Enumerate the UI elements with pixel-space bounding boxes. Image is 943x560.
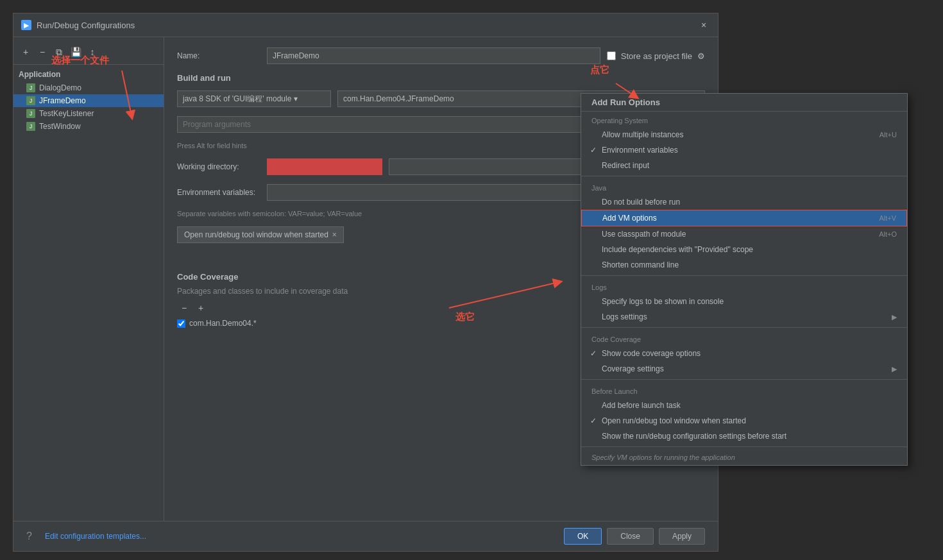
tree-item-jframedemo[interactable]: J JFrameDemo <box>13 94 164 107</box>
working-dir-label: Working directory: <box>177 162 260 171</box>
menu-item-shorten-cmdline[interactable]: Shorten command line <box>581 257 907 273</box>
env-vars-check: ✓ <box>590 146 597 155</box>
tree-group-label: Application <box>13 67 164 81</box>
menu-item-classpath[interactable]: Use classpath of module Alt+O <box>581 226 907 242</box>
title-bar-left: ▶ Run/Debug Configurations <box>21 20 135 30</box>
menu-item-redirect-input[interactable]: Redirect input <box>581 158 907 173</box>
env-vars-label: Environment variables: <box>177 188 260 197</box>
menu-divider-5 <box>581 446 907 447</box>
show-coverage-check: ✓ <box>590 349 597 358</box>
bottom-bar: ? Edit configuration templates... OK Clo… <box>13 521 718 551</box>
menu-item-open-tool-window[interactable]: ✓ Open run/debug tool window when starte… <box>581 413 907 428</box>
sidebar-toolbar: + − ⧉ 💾 ↕ <box>13 42 164 65</box>
menu-item-provided-scope[interactable]: Include dependencies with "Provided" sco… <box>581 242 907 257</box>
edit-templates-link[interactable]: Edit configuration templates... <box>45 532 146 541</box>
sort-config-button[interactable]: ↕ <box>85 45 99 59</box>
tag-close-icon[interactable]: × <box>332 230 337 239</box>
tree-item-icon-dialogdemo: J <box>26 83 35 92</box>
save-config-button[interactable]: 💾 <box>69 45 83 59</box>
menu-item-add-vm[interactable]: Add VM options Alt+V <box>581 210 907 226</box>
menu-group-logs: Logs <box>581 278 907 294</box>
dropdown-status-text: Specify VM options for running the appli… <box>581 450 907 465</box>
coverage-settings-arrow: ▶ <box>892 365 897 373</box>
bottom-buttons: OK Close Apply <box>564 528 705 545</box>
menu-group-coverage: Code Coverage <box>581 330 907 346</box>
cancel-button[interactable]: Close <box>607 528 654 545</box>
menu-divider-1 <box>581 176 907 176</box>
title-bar: ▶ Run/Debug Configurations × <box>13 13 718 37</box>
store-gear-icon[interactable]: ⚙ <box>697 51 705 61</box>
menu-item-show-settings-before-start[interactable]: Show the run/debug configuration setting… <box>581 428 907 444</box>
dropdown-header: Add Run Options <box>581 94 907 112</box>
menu-item-add-before-launch[interactable]: Add before launch task <box>581 398 907 413</box>
store-project-label: Store as project file <box>621 51 692 61</box>
build-run-title: Build and run <box>177 73 705 83</box>
tree-item-testkeylister[interactable]: J TestKeyListener <box>13 107 164 120</box>
tree-item-testwindow[interactable]: J TestWindow <box>13 120 164 133</box>
sdk-dropdown-icon: ▾ <box>294 94 298 103</box>
store-project-checkbox[interactable] <box>607 51 616 60</box>
logs-settings-arrow: ▶ <box>892 313 897 321</box>
menu-item-env-vars[interactable]: ✓ Environment variables <box>581 142 907 158</box>
menu-group-os: Operating System <box>581 112 907 127</box>
menu-divider-4 <box>581 379 907 380</box>
sdk-select[interactable]: java 8 SDK of 'GUI编程' module ▾ <box>177 90 331 107</box>
menu-divider-2 <box>581 275 907 276</box>
menu-item-allow-multiple[interactable]: Allow multiple instances Alt+U <box>581 127 907 142</box>
working-dir-input[interactable] <box>267 158 382 175</box>
name-row: Name: Store as project file ⚙ <box>177 47 705 64</box>
coverage-class-label: com.Han.Demo04.* <box>189 319 257 328</box>
dialog-title: Run/Debug Configurations <box>37 21 135 30</box>
tree-item-icon-testwindow: J <box>26 122 35 131</box>
add-run-options-dropdown: Add Run Options Operating System Allow m… <box>581 93 908 466</box>
store-project-area: Store as project file ⚙ <box>607 51 705 61</box>
add-config-button[interactable]: + <box>19 45 33 59</box>
apply-button[interactable]: Apply <box>659 528 705 545</box>
help-button[interactable]: ? <box>26 530 32 542</box>
tree-item-dialogdemo[interactable]: J DialogDemo <box>13 81 164 94</box>
name-input[interactable] <box>267 47 600 64</box>
coverage-add-btn[interactable]: + <box>194 301 208 315</box>
menu-item-no-build[interactable]: Do not build before run <box>581 194 907 210</box>
menu-divider-3 <box>581 327 907 328</box>
tree-item-icon-jframedemo: J <box>26 96 35 105</box>
name-label: Name: <box>177 51 260 60</box>
ok-button[interactable]: OK <box>564 528 602 545</box>
coverage-remove-btn[interactable]: − <box>177 301 191 315</box>
menu-item-specify-logs[interactable]: Specify logs to be shown in console <box>581 294 907 309</box>
close-dialog-button[interactable]: × <box>697 19 710 31</box>
menu-group-before-launch: Before Launch <box>581 382 907 398</box>
menu-item-show-coverage[interactable]: ✓ Show code coverage options <box>581 346 907 361</box>
copy-config-button[interactable]: ⧉ <box>52 45 66 59</box>
app-icon: ▶ <box>21 20 31 30</box>
tool-window-tag[interactable]: Open run/debug tool window when started … <box>177 226 344 243</box>
menu-item-coverage-settings[interactable]: Coverage settings ▶ <box>581 361 907 377</box>
bottom-left: ? Edit configuration templates... <box>26 530 146 542</box>
remove-config-button[interactable]: − <box>35 45 49 59</box>
menu-item-logs-settings[interactable]: Logs settings ▶ <box>581 309 907 325</box>
open-tool-window-check: ✓ <box>590 416 597 425</box>
sidebar: + − ⧉ 💾 ↕ Application J DialogDemo J JFr… <box>13 37 164 521</box>
coverage-class-checkbox[interactable] <box>177 319 185 328</box>
tree-item-icon-testkeylister: J <box>26 109 35 118</box>
menu-group-java: Java <box>581 179 907 194</box>
